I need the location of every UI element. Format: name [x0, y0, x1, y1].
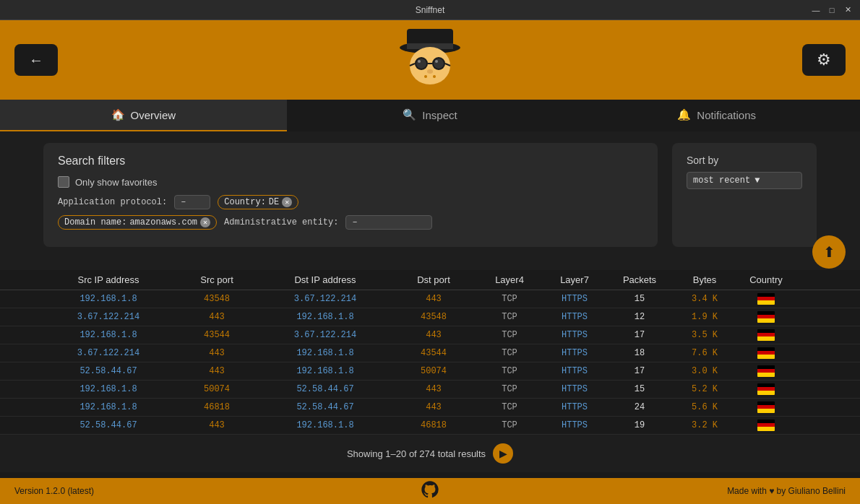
col-dst-port: Dst port — [390, 274, 477, 285]
flag-de-icon — [757, 311, 775, 323]
sort-value: most recent — [693, 175, 750, 186]
cell-src-port: 443 — [173, 348, 260, 358]
search-filters-panel: Search filters Only show favorites Appli… — [43, 143, 658, 247]
cell-src-port: 43548 — [173, 294, 260, 304]
cell-src-ip: 3.67.122.214 — [43, 312, 173, 322]
table-row[interactable]: 52.58.44.67 443 192.168.1.8 50074 TCP HT… — [0, 362, 860, 381]
cell-bytes: 3.0 K — [672, 366, 737, 376]
cell-country — [737, 401, 795, 413]
github-link[interactable] — [420, 479, 440, 503]
svg-point-16 — [423, 78, 437, 84]
table-row[interactable]: 192.168.1.8 46818 52.58.44.67 443 TCP HT… — [0, 399, 860, 417]
back-button[interactable]: ← — [14, 44, 58, 76]
pagination-text: Showing 1–20 of 274 total results — [347, 448, 486, 459]
table-row[interactable]: 3.67.122.214 443 192.168.1.8 43544 TCP H… — [0, 344, 860, 362]
overview-tab-icon: 🏠 — [111, 108, 125, 121]
next-page-button[interactable]: ▶ — [493, 443, 513, 464]
sort-select[interactable]: most recent ▼ — [687, 172, 802, 189]
country-filter-label: Country: — [224, 197, 266, 207]
app-protocol-label: Application protocol: — [58, 197, 167, 207]
cell-country — [737, 293, 795, 305]
domain-filter-close[interactable]: ✕ — [200, 217, 210, 227]
settings-icon: ⚙ — [817, 51, 831, 69]
col-src-ip: Src IP address — [43, 274, 173, 285]
table-row[interactable]: 192.168.1.8 43544 3.67.122.214 443 TCP H… — [0, 326, 860, 344]
cell-layer4: TCP — [477, 348, 542, 358]
cell-bytes: 3.4 K — [672, 294, 737, 304]
cell-src-ip: 192.168.1.8 — [43, 294, 173, 304]
cell-dst-port: 43544 — [390, 348, 477, 358]
tab-overview[interactable]: 🏠 Overview — [0, 100, 287, 131]
cell-src-port: 443 — [173, 312, 260, 322]
col-src-port: Src port — [173, 274, 260, 285]
cell-src-port: 50074 — [173, 384, 260, 394]
cell-layer4: TCP — [477, 330, 542, 340]
title-bar: Sniffnet — □ ✕ — [0, 0, 860, 20]
export-button[interactable]: ⬆ — [812, 235, 846, 269]
cell-packets: 17 — [607, 366, 672, 376]
col-dst-ip: Dst IP address — [260, 274, 390, 285]
country-filter-tag: Country: DE ✕ — [218, 195, 298, 209]
cell-layer7: HTTPS — [542, 294, 607, 304]
table-row[interactable]: 3.67.122.214 443 192.168.1.8 43548 TCP H… — [0, 308, 860, 326]
cell-bytes: 5.6 K — [672, 402, 737, 412]
filters-title: Search filters — [58, 155, 643, 168]
settings-button[interactable]: ⚙ — [802, 44, 846, 76]
svg-point-15 — [433, 75, 436, 78]
admin-entity-input[interactable] — [345, 215, 432, 230]
cell-bytes: 3.5 K — [672, 330, 737, 340]
cell-dst-ip: 192.168.1.8 — [260, 348, 390, 358]
favorites-checkbox[interactable] — [58, 176, 69, 188]
window-controls: — □ ✕ — [811, 5, 853, 15]
cell-dst-port: 50074 — [390, 366, 477, 376]
flag-de-icon — [757, 329, 775, 341]
table-row[interactable]: 52.58.44.67 443 192.168.1.8 46818 TCP HT… — [0, 417, 860, 435]
cell-layer7: HTTPS — [542, 330, 607, 340]
table-row[interactable]: 192.168.1.8 50074 52.58.44.67 443 TCP HT… — [0, 381, 860, 399]
country-filter-value: DE — [269, 197, 279, 207]
table-body: 192.168.1.8 43548 3.67.122.214 443 TCP H… — [0, 290, 860, 435]
cell-country — [737, 420, 795, 431]
flag-de-icon — [757, 383, 775, 395]
cell-layer7: HTTPS — [542, 312, 607, 322]
sort-chevron-icon: ▼ — [754, 175, 760, 186]
cell-dst-port: 43548 — [390, 312, 477, 322]
country-filter-close[interactable]: ✕ — [282, 197, 292, 207]
cell-country — [737, 365, 795, 377]
maximize-button[interactable]: □ — [827, 5, 837, 15]
cell-country — [737, 311, 795, 323]
favorites-row: Only show favorites — [58, 176, 643, 188]
cell-dst-ip: 192.168.1.8 — [260, 366, 390, 376]
cell-packets: 17 — [607, 330, 672, 340]
cell-src-port: 443 — [173, 366, 260, 376]
cell-layer4: TCP — [477, 312, 542, 322]
flag-de-icon — [757, 293, 775, 305]
close-button[interactable]: ✕ — [843, 5, 853, 15]
cell-src-port: 46818 — [173, 402, 260, 412]
tab-inspect[interactable]: 🔍 Inspect — [287, 100, 574, 131]
back-icon: ← — [29, 52, 43, 69]
cell-bytes: 5.2 K — [672, 384, 737, 394]
domain-row: Domain name: amazonaws.com ✕ Administrat… — [58, 215, 643, 230]
cell-layer7: HTTPS — [542, 384, 607, 394]
version-label: Version 1.2.0 (latest) — [14, 486, 94, 496]
col-packets: Packets — [607, 274, 672, 285]
cell-packets: 19 — [607, 420, 672, 430]
tab-notifications[interactable]: 🔔 Notifications — [573, 100, 860, 131]
app-protocol-input[interactable] — [174, 195, 210, 209]
minimize-button[interactable]: — — [811, 5, 821, 15]
svg-point-7 — [434, 58, 444, 69]
cell-dst-port: 443 — [390, 330, 477, 340]
domain-filter-value: amazonaws.com — [129, 217, 197, 227]
favorites-label: Only show favorites — [75, 177, 157, 188]
svg-point-12 — [435, 60, 438, 63]
cell-src-ip: 52.58.44.67 — [43, 366, 173, 376]
cell-packets: 18 — [607, 348, 672, 358]
col-layer7: Layer7 — [542, 274, 607, 285]
cell-layer7: HTTPS — [542, 420, 607, 430]
cell-packets: 24 — [607, 402, 672, 412]
cell-src-ip: 52.58.44.67 — [43, 420, 173, 430]
cell-src-port: 43544 — [173, 330, 260, 340]
footer: Version 1.2.0 (latest) Made with ♥ by Gi… — [0, 478, 860, 504]
table-row[interactable]: 192.168.1.8 43548 3.67.122.214 443 TCP H… — [0, 290, 860, 308]
